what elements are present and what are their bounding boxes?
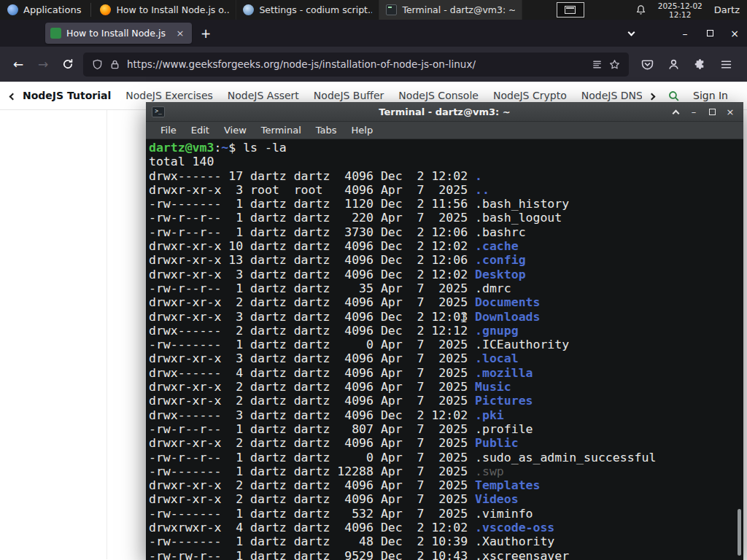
terminal-line: -rw-r--r-- 1 dartz dartz 220 Apr 7 2025 … — [149, 211, 743, 225]
terminal-line: -rw------- 1 dartz dartz 48 Dec 2 10:39 … — [149, 534, 743, 548]
screen-icon — [565, 6, 576, 14]
taskbar-item-label: Terminal - dartz@vm3: ~ — [402, 4, 515, 15]
file-name: .Xauthority — [475, 534, 554, 548]
file-name: Downloads — [475, 310, 540, 324]
panel-clock[interactable]: 2025-12-02 12:12 — [658, 1, 703, 19]
terminal-line: drwxr-xr-x 3 dartz dartz 4096 Dec 2 12:0… — [149, 310, 743, 324]
file-name: .viminfo — [475, 507, 533, 521]
chevron-up-icon — [672, 109, 679, 117]
menu-edit[interactable]: Edit — [184, 125, 217, 136]
scroll-right-icon[interactable] — [649, 90, 654, 101]
nav-item-nodejs-assert[interactable]: NodeJS Assert — [228, 90, 299, 101]
account-icon[interactable] — [661, 52, 686, 77]
menu-help[interactable]: Help — [344, 125, 381, 136]
terminal-line: drwxr-xr-x 3 dartz dartz 4096 Apr 7 2025… — [149, 351, 743, 365]
top-panel: Applications How to Install Node.js o...… — [0, 0, 747, 20]
terminal-line: -rw------- 1 dartz dartz 1120 Dec 2 11:5… — [149, 197, 743, 211]
prompt-separator: : — [214, 141, 221, 155]
applications-menu-label: Applications — [23, 4, 81, 15]
terminal-line: drwxr-xr-x 3 root root 4096 Apr 7 2025 .… — [149, 183, 743, 197]
terminal-line: -rw-rw-r-- 1 dartz dartz 9529 Dec 2 10:4… — [149, 549, 743, 560]
menu-file[interactable]: File — [153, 125, 184, 136]
nav-item-nodejs-crypto[interactable]: NodeJS Crypto — [493, 90, 567, 101]
taskbar-item-terminal[interactable]: Terminal - dartz@vm3: ~ — [379, 0, 522, 20]
menu-tabs[interactable]: Tabs — [309, 125, 344, 136]
applications-menu[interactable]: Applications — [0, 0, 88, 20]
terminal-line: drwxr-xr-x 3 dartz dartz 4096 Dec 2 12:0… — [149, 268, 743, 281]
window-minimize-button[interactable]: – — [673, 20, 697, 47]
terminal-maximize-button[interactable] — [705, 104, 719, 119]
nav-item-nodejs-exercises[interactable]: NodeJS Exercises — [125, 90, 213, 101]
terminal-window-controls: – × — [668, 104, 738, 119]
taskbar-item-label: Settings - codium script... — [259, 4, 372, 15]
terminal-output: drwx------ 17 dartz dartz 4096 Dec 2 12:… — [149, 169, 743, 560]
geeksforgeeks-favicon — [50, 28, 61, 39]
firefox-icon — [100, 4, 111, 15]
file-name: .vscode-oss — [475, 521, 554, 534]
bookmark-star-icon[interactable] — [609, 59, 620, 70]
clock-date: 2025-12-02 — [658, 1, 703, 10]
reader-mode-icon[interactable] — [592, 59, 603, 70]
file-name: Pictures — [475, 394, 533, 408]
sign-in-button[interactable]: Sign In — [693, 90, 728, 101]
terminal-titlebar[interactable]: >_ Terminal - dartz@vm3: ~ – × — [146, 102, 743, 122]
terminal-line: drwx------ 3 dartz dartz 4096 Dec 2 12:0… — [149, 408, 743, 422]
restore-icon — [707, 30, 713, 36]
lock-icon[interactable] — [109, 59, 120, 70]
shield-icon[interactable] — [92, 59, 103, 70]
url-text[interactable]: https://www.geeksforgeeks.org/node-js/in… — [127, 58, 585, 70]
terminal-scrollbar[interactable] — [738, 509, 741, 556]
terminal-line: drwx------ 2 dartz dartz 4096 Dec 2 12:1… — [149, 324, 743, 338]
terminal-minimize-button[interactable]: – — [686, 104, 701, 119]
forward-button[interactable]: → — [31, 52, 55, 77]
file-name: Documents — [475, 295, 540, 309]
nav-item-nodejs-dns[interactable]: NodeJS DNS — [581, 90, 642, 101]
terminal-icon — [386, 4, 397, 15]
panel-separator — [90, 3, 91, 17]
terminal-close-button[interactable]: × — [723, 104, 738, 119]
hamburger-menu-icon[interactable] — [713, 52, 738, 77]
window-restore-button[interactable] — [697, 20, 722, 47]
tab-close-button[interactable]: × — [174, 27, 187, 40]
url-bar[interactable]: https://www.geeksforgeeks.org/node-js/in… — [83, 52, 629, 77]
file-name: .bashrc — [475, 225, 526, 239]
nav-item-nodejs-tutorial[interactable]: NodeJS Tutorial — [23, 90, 111, 101]
file-name: .. — [475, 183, 489, 197]
terminal-line: drwxr-xr-x 10 dartz dartz 4096 Dec 2 12:… — [149, 239, 743, 253]
back-button[interactable]: ← — [6, 52, 31, 77]
terminal-line: drwxr-xr-x 2 dartz dartz 4096 Apr 7 2025… — [149, 394, 743, 408]
extensions-puzzle-icon[interactable] — [687, 52, 712, 77]
nav-item-nodejs-buffer[interactable]: NodeJS Buffer — [314, 90, 384, 101]
terminal-line: drwxrwxr-x 4 dartz dartz 4096 Dec 2 12:0… — [149, 521, 743, 534]
menu-terminal[interactable]: Terminal — [254, 125, 309, 136]
notification-bell-icon[interactable] — [635, 4, 646, 15]
search-icon[interactable] — [667, 90, 680, 102]
taskbar-item-settings[interactable]: Settings - codium script... — [236, 0, 379, 20]
tray-terminal-indicator[interactable] — [557, 2, 584, 18]
file-name: .xscreensaver — [475, 549, 569, 560]
terminal-window: >_ Terminal - dartz@vm3: ~ – × File Edit… — [146, 102, 743, 560]
file-name: Public — [475, 436, 519, 450]
pocket-icon[interactable] — [635, 52, 659, 77]
file-name: Videos — [475, 492, 519, 506]
browser-tab[interactable]: How to Install Node.js on × — [45, 23, 192, 44]
reload-button[interactable] — [55, 52, 80, 77]
file-name: .gnupg — [475, 324, 519, 338]
window-close-button[interactable]: × — [722, 20, 747, 47]
browser-tab-bar: How to Install Node.js on × + – × — [0, 20, 747, 47]
terminal-screen[interactable]: dartz@vm3:~$ ls -la total 140 drwx------… — [146, 139, 743, 560]
toolbar-right-icons — [635, 52, 741, 77]
taskbar-item-browser[interactable]: How to Install Node.js o... — [93, 0, 236, 20]
prompt-command: ls -la — [243, 141, 287, 155]
terminal-shade-button[interactable] — [668, 104, 683, 119]
menu-view[interactable]: View — [217, 125, 254, 136]
gear-icon — [243, 4, 254, 15]
nav-item-nodejs-console[interactable]: NodeJS Console — [398, 90, 479, 101]
browser-toolbar: ← → https://www.geeksforgeeks. — [0, 47, 747, 82]
new-tab-button[interactable]: + — [195, 23, 217, 44]
scroll-left-icon[interactable] — [10, 90, 15, 101]
terminal-line: drwxr-xr-x 2 dartz dartz 4096 Apr 7 2025… — [149, 295, 743, 309]
terminal-line: drwx------ 4 dartz dartz 4096 Apr 7 2025… — [149, 366, 743, 380]
terminal-line: drwxr-xr-x 2 dartz dartz 4096 Apr 7 2025… — [149, 492, 743, 506]
list-all-tabs-button[interactable] — [619, 20, 643, 47]
